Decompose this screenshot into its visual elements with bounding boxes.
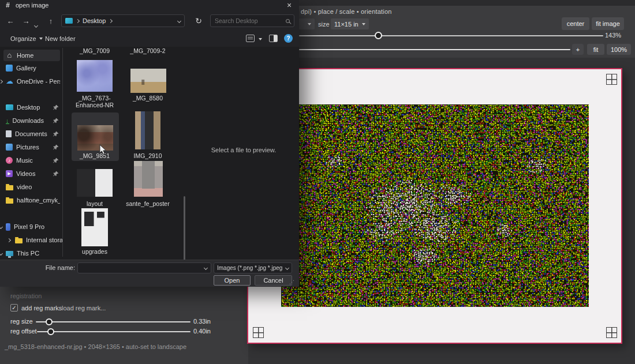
file-thumbnail[interactable] (135, 111, 160, 149)
cancel-button[interactable]: Cancel (255, 275, 292, 286)
app-logo-icon: # (6, 1, 10, 9)
chevron-down-icon (308, 23, 311, 25)
file-thumbnail[interactable] (130, 69, 166, 93)
add-reg-marks-checkbox[interactable]: ✓ (10, 304, 18, 312)
recent-locations-button[interactable] (35, 19, 38, 29)
file-type-select[interactable]: Images (*.png *.jpg *.jpeg *.tif * (214, 262, 292, 273)
new-folder-button[interactable]: New folder (45, 35, 76, 42)
preview-hint: Select a file to preview. (192, 147, 296, 153)
registration-panel: registration ✓ add reg marks load reg ma… (0, 287, 248, 364)
sidebar-item-pixel-9-pro[interactable]: Pixel 9 Pro (3, 221, 60, 232)
help-icon[interactable]: ? (284, 34, 293, 43)
file-name[interactable]: _MG_7009 (72, 47, 118, 54)
resize-grip[interactable]: ⋰ (289, 279, 294, 285)
zoom-plus-button[interactable]: + (572, 44, 584, 55)
sidebar-item-video-folder[interactable]: video (3, 181, 60, 193)
organize-label: Organize (10, 35, 36, 42)
breadcrumb-location[interactable]: Desktop (83, 17, 106, 24)
back-button[interactable]: ← (3, 14, 17, 27)
address-history-icon[interactable] (177, 18, 181, 22)
sidebar-item-label: Videos (16, 170, 50, 177)
search-input[interactable] (215, 17, 286, 24)
file-thumbnail[interactable] (134, 161, 163, 197)
sidebar-item-music[interactable]: ♪ Music (3, 155, 60, 166)
videos-icon: ▶ (6, 170, 13, 177)
home-icon: ⌂ (6, 52, 13, 58)
file-name-combobox[interactable] (77, 262, 211, 273)
fit-image-button[interactable]: fit image (592, 17, 624, 30)
view-mode-icon[interactable] (246, 35, 255, 42)
file-name-label: File name: (35, 264, 75, 271)
scale-slider-handle[interactable] (375, 32, 382, 39)
sidebar-item-documents[interactable]: Documents (3, 128, 60, 140)
reg-mark-bottom-right-icon (606, 327, 617, 338)
size-select[interactable]: 11×15 in (331, 18, 369, 29)
sidebar-item-label: Gallery (16, 65, 60, 72)
sidebar-item-onedrive[interactable]: ☁ OneDrive - Perso (3, 76, 60, 87)
sidebar-item-label: halftone_cmyk_c (17, 197, 60, 204)
screen: dpi) • place / scale • orientation size … (0, 0, 635, 364)
app-header-panel: dpi) • place / scale • orientation size … (299, 0, 635, 58)
file-name-input[interactable] (81, 265, 204, 272)
folder-icon (6, 185, 13, 190)
refresh-button[interactable]: ↻ (192, 14, 206, 27)
reg-size-slider-track[interactable] (36, 321, 190, 322)
open-image-dialog: # open image × ← → ↑ Desktop ↻ Organize … (0, 0, 299, 287)
file-thumbnail[interactable] (77, 60, 113, 92)
file-thumbnail[interactable] (77, 125, 113, 151)
preview-pane-icon[interactable] (269, 35, 278, 42)
load-reg-mark-button[interactable]: load reg mark... (62, 305, 106, 312)
file-thumbnail[interactable] (81, 208, 108, 246)
sidebar-item-home[interactable]: ⌂ Home (3, 50, 60, 61)
halftone-image[interactable] (281, 104, 589, 307)
file-name[interactable]: _MG_7009-2 (125, 47, 171, 54)
view-mode-chevron-icon[interactable] (259, 38, 262, 40)
file-thumbnail[interactable] (77, 169, 113, 197)
organize-menu[interactable]: Organize (10, 35, 43, 42)
file-name[interactable]: IMG_2910 (125, 152, 171, 159)
sidebar-splitter[interactable] (62, 48, 63, 257)
file-name[interactable]: layout (72, 200, 118, 207)
scale-slider-track[interactable] (299, 35, 603, 36)
file-list-scrollbar[interactable] (184, 196, 185, 269)
reg-size-slider-handle[interactable] (46, 318, 53, 325)
sidebar-item-pictures[interactable]: Pictures (3, 141, 60, 153)
this-pc-icon (6, 251, 13, 256)
reg-offset-label: reg offset (10, 328, 37, 335)
pin-icon (53, 104, 59, 110)
center-button[interactable]: center (562, 17, 589, 30)
file-name[interactable]: _MG_8580 (125, 95, 171, 102)
sidebar-item-internal-storage[interactable]: Internal storag (13, 234, 62, 246)
sidebar-item-desktop[interactable]: Desktop (3, 102, 60, 113)
sidebar-item-halftone-folder[interactable]: halftone_cmyk_c (3, 194, 60, 206)
sidebar-item-downloads[interactable]: ↓ Downloads (3, 115, 60, 126)
file-name[interactable]: upgrades (72, 248, 118, 255)
print-page-preview[interactable] (247, 68, 622, 344)
breadcrumb-separator-icon (76, 18, 80, 22)
open-button[interactable]: Open (214, 275, 251, 286)
reg-size-value: 0.33in (193, 318, 211, 325)
zoom-fit-button[interactable]: fit (587, 44, 604, 55)
dpi-select-partial[interactable] (298, 18, 315, 29)
phone-icon (6, 223, 10, 231)
zoom-percent-button[interactable]: 100% (607, 44, 631, 55)
sidebar-item-videos[interactable]: ▶ Videos (3, 168, 60, 179)
address-bar[interactable]: Desktop (61, 14, 185, 27)
file-name[interactable]: _MG_7673-Enhanced-NR (72, 95, 118, 108)
forward-button[interactable]: → (19, 14, 33, 27)
reg-offset-slider-handle[interactable] (47, 328, 54, 335)
chevron-down-icon (285, 266, 289, 270)
zoom-slider-track[interactable] (299, 49, 570, 50)
sidebar-item-gallery[interactable]: Gallery (3, 62, 60, 74)
file-name[interactable]: _MG_9851 (72, 152, 118, 159)
up-button[interactable]: ↑ (44, 14, 58, 27)
scale-percent-value: 143% (605, 32, 621, 39)
reg-offset-value: 0.40in (193, 328, 211, 335)
close-icon[interactable]: × (287, 1, 292, 10)
file-name[interactable]: sante_fe_poster (125, 200, 171, 207)
reg-size-label: reg size (10, 318, 33, 325)
expand-chevron-icon[interactable] (6, 234, 12, 246)
reg-offset-slider-track[interactable] (37, 331, 190, 332)
sidebar-item-this-pc[interactable]: This PC (3, 247, 60, 259)
search-box[interactable] (210, 14, 294, 27)
